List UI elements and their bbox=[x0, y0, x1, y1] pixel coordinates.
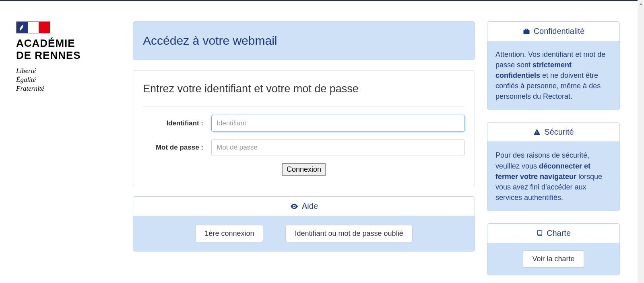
first-login-button[interactable]: 1ère connexion bbox=[195, 225, 263, 242]
eye-icon bbox=[290, 202, 299, 211]
scroll-up-button[interactable] bbox=[638, 0, 644, 6]
logo-title: ACADÉMIE DE RENNES bbox=[16, 37, 121, 62]
briefcase-icon bbox=[522, 27, 530, 35]
main-title-panel: Accédez à votre webmail bbox=[133, 21, 475, 60]
logo-line-2: DE RENNES bbox=[16, 50, 121, 62]
marianne-icon bbox=[18, 23, 27, 32]
confidentialite-panel: Confidentialité Attention. Vos identifia… bbox=[487, 21, 620, 110]
charte-title: Charte bbox=[547, 229, 571, 238]
logo-line-1: ACADÉMIE bbox=[16, 37, 121, 50]
password-input[interactable] bbox=[211, 139, 465, 156]
voir-charte-button[interactable]: Voir la charte bbox=[523, 250, 584, 268]
confidentialite-text: Attention. Vos identifiant et mot de pas… bbox=[487, 41, 619, 110]
confidentialite-title: Confidentialité bbox=[534, 27, 585, 36]
identifiant-label: Identifiant : bbox=[143, 119, 211, 127]
warning-icon bbox=[533, 128, 541, 136]
password-label: Mot de passe : bbox=[143, 144, 211, 152]
page-title: Accédez à votre webmail bbox=[133, 22, 475, 60]
login-form: Entrez votre identifiant et votre mot de… bbox=[133, 70, 475, 186]
form-heading: Entrez votre identifiant et votre mot de… bbox=[143, 83, 465, 107]
connexion-button[interactable]: Connexion bbox=[282, 163, 326, 176]
securite-title: Sécurité bbox=[544, 127, 574, 137]
logo-motto: Liberté Égalité Fraternité bbox=[16, 67, 121, 93]
book-icon bbox=[536, 229, 543, 237]
scrollbar[interactable] bbox=[638, 0, 644, 283]
french-flag-logo bbox=[16, 21, 50, 33]
charte-panel: Charte Voir la charte bbox=[487, 223, 620, 275]
securite-panel: Sécurité Pour des raisons de sécurité, v… bbox=[487, 122, 620, 211]
help-panel: Aide 1ère connexion Identifiant ou mot d… bbox=[133, 196, 475, 252]
help-title: Aide bbox=[302, 202, 318, 211]
identifiant-input[interactable] bbox=[211, 115, 465, 132]
forgot-credentials-button[interactable]: Identifiant ou mot de passe oublié bbox=[285, 225, 412, 242]
logo-block: ACADÉMIE DE RENNES Liberté Égalité Frate… bbox=[16, 21, 121, 275]
securite-text: Pour des raisons de sécurité, veuillez v… bbox=[487, 142, 619, 210]
